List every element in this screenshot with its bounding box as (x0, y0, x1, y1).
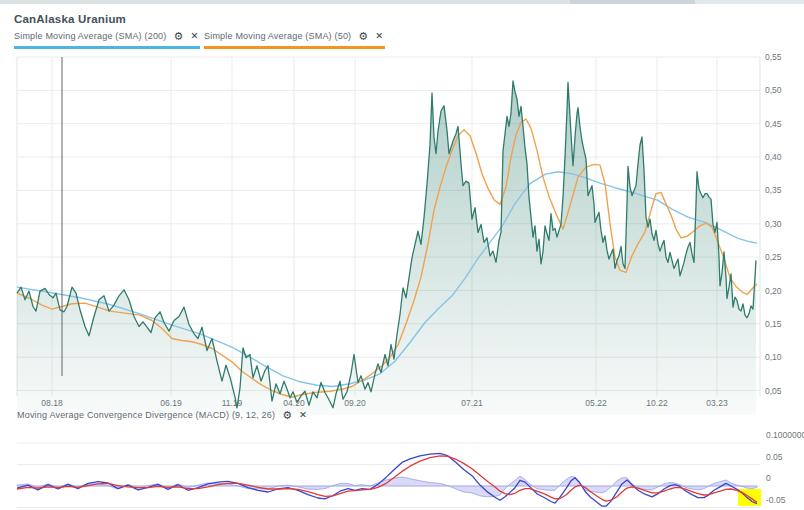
y-tick-label: 0,55 (765, 52, 782, 62)
macd-indicator-label: Moving Average Convergence Divergence (M… (17, 410, 275, 420)
y-tick-label: 0,30 (765, 219, 782, 229)
macd-y-tick-label: 0.05 (766, 452, 783, 462)
y-tick-label: 0,05 (765, 386, 782, 396)
y-tick-label: 0,35 (765, 185, 782, 195)
y-tick-label: 0,10 (765, 352, 782, 362)
price-area (17, 81, 756, 415)
signal-line (17, 456, 757, 502)
gear-icon[interactable]: ⚙ (282, 410, 292, 420)
y-tick-label: 0,25 (765, 252, 782, 262)
macd-y-tick-label: -0.05 (766, 495, 786, 505)
y-tick-label: 0,45 (765, 119, 782, 129)
y-tick-label: 0,20 (765, 286, 782, 296)
macd-y-tick-label: 0.10000000 (766, 430, 804, 440)
y-tick-label: 0,15 (765, 319, 782, 329)
y-tick-label: 0,50 (765, 85, 782, 95)
chart-screen: CanAlaska Uranium Simple Moving Average … (0, 0, 804, 510)
macd-indicator-row[interactable]: Moving Average Convergence Divergence (M… (17, 410, 307, 420)
macd-y-tick-label: 0 (766, 473, 771, 483)
price-and-macd-chart[interactable]: 0,550,500,450,400,350,300,250,200,150,10… (0, 0, 804, 510)
y-tick-label: 0,40 (765, 152, 782, 162)
close-icon[interactable]: ✕ (299, 410, 307, 420)
